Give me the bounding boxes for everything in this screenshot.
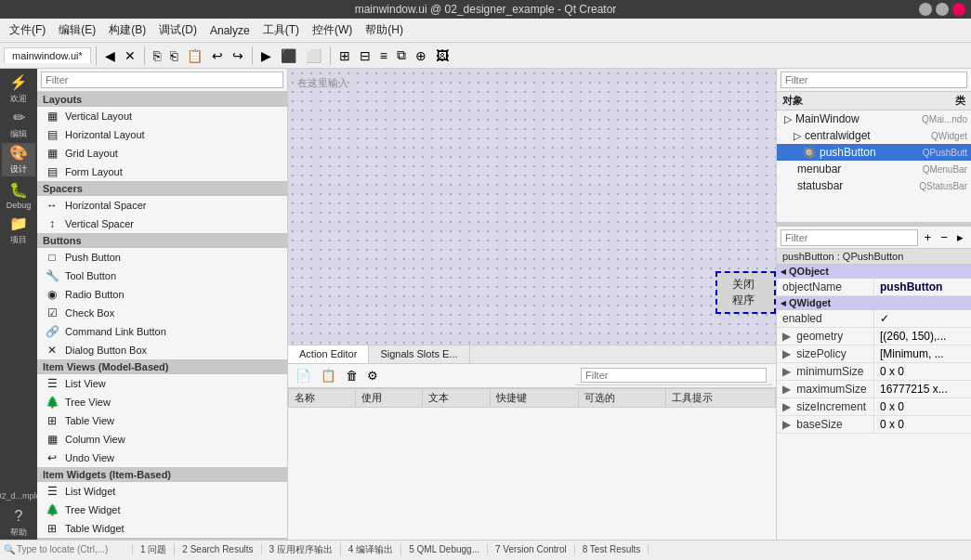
status-version-control[interactable]: 7 Version Control bbox=[488, 544, 575, 554]
menubar-item-debug[interactable]: 调试(D) bbox=[153, 20, 203, 40]
minimize-button[interactable] bbox=[919, 3, 932, 16]
obj-row-centralwidget[interactable]: ▷ centralwidget QWidget bbox=[777, 127, 971, 144]
prop-row-sizeincrement[interactable]: ▶ sizeIncrement 0 x 0 bbox=[777, 398, 971, 416]
widget-item-command-link-button[interactable]: 🔗 Command Link Button bbox=[37, 322, 287, 341]
widget-item-horizontal-spacer[interactable]: ↔ Horizontal Spacer bbox=[37, 196, 287, 215]
obj-row-menubar[interactable]: menubar QMenuBar bbox=[777, 161, 971, 177]
property-remove-btn[interactable]: − bbox=[937, 228, 951, 246]
widget-item-tree-view[interactable]: 🌲 Tree View bbox=[37, 393, 287, 411]
prop-row-geometry[interactable]: ▶ geometry [(260, 150),... bbox=[777, 328, 971, 345]
toolbar-btn-3[interactable]: 📋 bbox=[183, 46, 206, 66]
object-filter-input[interactable] bbox=[781, 72, 967, 88]
menubar-item-build[interactable]: 构建(B) bbox=[103, 20, 151, 40]
toolbar-btn-7[interactable]: ⬛ bbox=[277, 46, 300, 66]
toolbar-btn-9[interactable]: ⊞ bbox=[335, 46, 354, 66]
menubar-item-widgets[interactable]: 控件(W) bbox=[307, 20, 358, 40]
tab-signals-slots[interactable]: Signals Slots E... bbox=[369, 345, 469, 363]
prop-row-minimumsize[interactable]: ▶ minimumSize 0 x 0 bbox=[777, 363, 971, 381]
property-add-btn[interactable]: + bbox=[920, 228, 935, 246]
action-delete-btn[interactable]: 🗑 bbox=[342, 366, 361, 385]
prop-row-objectname[interactable]: objectName pushButton bbox=[777, 279, 971, 296]
widget-item-table-view[interactable]: ⊞ Table View bbox=[37, 411, 287, 430]
widget-item-form-layout[interactable]: ▤ Form Layout bbox=[37, 163, 287, 181]
obj-row-statusbar[interactable]: statusbar QStatusBar bbox=[777, 177, 971, 194]
widget-item-horizontal-layout[interactable]: ▤ Horizontal Layout bbox=[37, 125, 287, 144]
locate-input[interactable] bbox=[17, 544, 128, 554]
widget-item-tree-widget[interactable]: 🌲 Tree Widget bbox=[37, 501, 287, 519]
sidebar-icon-debug[interactable]: 🐛 Debug bbox=[2, 178, 35, 212]
status-compile[interactable]: 4 编译输出 bbox=[341, 543, 401, 556]
toolbar-btn-11[interactable]: ≡ bbox=[376, 46, 391, 66]
menubar-item-analyze[interactable]: Analyze bbox=[204, 22, 256, 39]
status-problems[interactable]: 1 问题 bbox=[133, 543, 175, 556]
widget-item-table-widget[interactable]: ⊞ Table Widget bbox=[37, 519, 287, 538]
sidebar-icon-welcome[interactable]: ⚡ 欢迎 bbox=[2, 72, 35, 106]
widget-item-check-box[interactable]: ☑ Check Box bbox=[37, 304, 287, 322]
widget-item-vertical-layout[interactable]: ▦ Vertical Layout bbox=[37, 107, 287, 125]
widget-item-vertical-spacer[interactable]: ↕ Vertical Spacer bbox=[37, 215, 287, 233]
obj-row-mainwindow[interactable]: ▷ MainWindow QMai...ndo bbox=[777, 111, 971, 127]
file-tab[interactable]: mainwindow.ui* bbox=[4, 47, 91, 63]
action-filter-input[interactable] bbox=[581, 368, 767, 383]
sidebar-icon-design[interactable]: 🎨 设计 bbox=[2, 143, 35, 176]
prop-row-enabled[interactable]: enabled ✓ bbox=[777, 310, 971, 328]
widget-item-grid-layout[interactable]: ▦ Grid Layout bbox=[37, 144, 287, 163]
status-search[interactable]: 2 Search Results bbox=[175, 544, 261, 554]
toolbar-btn-5[interactable]: ↪ bbox=[229, 46, 247, 66]
sidebar-icon-project[interactable]: 📁 项目 bbox=[2, 214, 35, 247]
minimumsize-expand-icon[interactable]: ▶ bbox=[782, 365, 794, 378]
property-filter-input[interactable] bbox=[781, 229, 918, 246]
maximumsize-expand-icon[interactable]: ▶ bbox=[782, 383, 794, 396]
push-button-widget[interactable]: 关闭程序 bbox=[715, 271, 776, 314]
status-test-results[interactable]: 8 Test Results bbox=[575, 544, 650, 554]
widget-filter-input[interactable] bbox=[41, 72, 283, 88]
sizeincrement-expand-icon[interactable]: ▶ bbox=[782, 400, 794, 413]
widget-item-undo-view[interactable]: ↩ Undo View bbox=[37, 449, 287, 467]
tab-action-editor[interactable]: Action Editor bbox=[288, 345, 369, 363]
action-new-btn[interactable]: 📄 bbox=[292, 366, 315, 385]
toolbar-btn-8[interactable]: ⬜ bbox=[302, 46, 325, 66]
menubar-item-edit[interactable]: 编辑(E) bbox=[53, 20, 101, 40]
toolbar-btn-2[interactable]: ⎗ bbox=[166, 46, 181, 66]
toolbar-btn-1[interactable]: ⎘ bbox=[150, 46, 164, 66]
column-view-icon: ▦ bbox=[45, 432, 59, 447]
toolbar-btn-10[interactable]: ⊟ bbox=[356, 46, 374, 66]
toolbar-btn-6[interactable]: ▶ bbox=[257, 46, 275, 66]
toolbar-btn-12[interactable]: ⧉ bbox=[393, 45, 410, 66]
widget-item-dialog-button-box[interactable]: ✕ Dialog Button Box bbox=[37, 341, 287, 359]
widget-label-column-view: Column View bbox=[65, 434, 125, 445]
widget-item-column-view[interactable]: ▦ Column View bbox=[37, 430, 287, 449]
toolbar-btn-close-tab[interactable]: ✕ bbox=[121, 46, 139, 66]
basesize-expand-icon[interactable]: ▶ bbox=[782, 418, 794, 431]
widget-item-push-button[interactable]: □ Push Button bbox=[37, 248, 287, 267]
toolbar-btn-13[interactable]: ⊕ bbox=[412, 46, 430, 66]
obj-row-pushbutton[interactable]: 🔘 pushButton QPushButt bbox=[777, 144, 971, 161]
prop-row-basesize[interactable]: ▶ baseSize 0 x 0 bbox=[777, 416, 971, 434]
widget-item-list-widget[interactable]: ☰ List Widget bbox=[37, 482, 287, 501]
menubar-item-file[interactable]: 文件(F) bbox=[4, 20, 51, 40]
design-canvas[interactable]: 在这里输入 关闭程序 bbox=[288, 69, 776, 345]
tool-button-icon: 🔧 bbox=[45, 268, 59, 283]
widget-item-tool-button[interactable]: 🔧 Tool Button bbox=[37, 267, 287, 285]
sizepolicy-expand-icon[interactable]: ▶ bbox=[782, 347, 794, 360]
action-copy-btn[interactable]: 📋 bbox=[317, 366, 340, 385]
action-settings-btn[interactable]: ⚙ bbox=[363, 366, 382, 385]
menubar-item-tools[interactable]: 工具(T) bbox=[257, 20, 305, 40]
sidebar-icon-edit[interactable]: ✏ 编辑 bbox=[2, 108, 35, 141]
status-qml-debug[interactable]: 5 QML Debugg... bbox=[401, 544, 488, 554]
property-more-btn[interactable]: ▸ bbox=[953, 228, 967, 246]
geometry-expand-icon[interactable]: ▶ bbox=[782, 330, 794, 343]
maximize-button[interactable] bbox=[936, 3, 949, 16]
toolbar-btn-14[interactable]: 🖼 bbox=[432, 46, 453, 66]
toolbar-btn-4[interactable]: ↩ bbox=[208, 46, 227, 66]
toolbar-btn-back[interactable]: ◀ bbox=[101, 46, 119, 66]
close-button[interactable] bbox=[952, 3, 965, 16]
status-app-output[interactable]: 3 应用程序输出 bbox=[262, 543, 341, 556]
prop-name-enabled: enabled bbox=[777, 310, 874, 327]
widget-item-list-view[interactable]: ☰ List View bbox=[37, 374, 287, 393]
menubar-item-help[interactable]: 帮助(H) bbox=[360, 20, 409, 40]
sidebar-icon-help[interactable]: ? 帮助 bbox=[2, 506, 35, 540]
prop-row-sizepolicy[interactable]: ▶ sizePolicy [Minimum, ... bbox=[777, 345, 971, 363]
widget-item-radio-button[interactable]: ◉ Radio Button bbox=[37, 285, 287, 304]
prop-row-maximumsize[interactable]: ▶ maximumSize 16777215 x... bbox=[777, 381, 971, 398]
